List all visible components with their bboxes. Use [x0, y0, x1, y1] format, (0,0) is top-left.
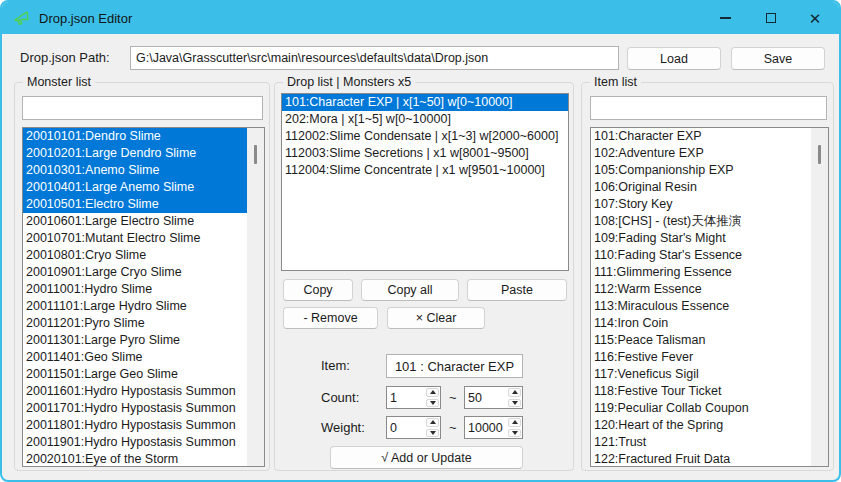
item-filter-input[interactable]	[590, 96, 827, 120]
list-item[interactable]: 20010401:Large Anemo Slime	[23, 179, 247, 196]
list-item[interactable]: 101:Character EXP | x[1~50] w[0~10000]	[282, 94, 568, 111]
up-arrow-icon	[512, 420, 518, 424]
list-item[interactable]: 20010901:Large Cryo Slime	[23, 264, 247, 281]
list-item[interactable]: 202:Mora | x[1~5] w[0~10000]	[282, 111, 568, 128]
list-item[interactable]: 102:Adventure EXP	[591, 145, 811, 162]
monster-list-title: Monster list	[23, 75, 95, 90]
list-item[interactable]: 112:Warm Essence	[591, 281, 811, 298]
list-item[interactable]: 108:[CHS] - (test)天体推演	[591, 213, 811, 230]
weight-min-input[interactable]	[387, 417, 425, 438]
list-item[interactable]: 112002:Slime Condensate | x[1~3] w[2000~…	[282, 128, 568, 145]
drop-listbox[interactable]: 101:Character EXP | x[1~50] w[0~10000]20…	[281, 93, 569, 271]
list-item[interactable]: 120:Heart of the Spring	[591, 417, 811, 434]
list-item[interactable]: 118:Festive Tour Ticket	[591, 383, 811, 400]
list-item[interactable]: 114:Iron Coin	[591, 315, 811, 332]
item-listbox[interactable]: 101:Character EXP102:Adventure EXP105:Co…	[590, 127, 829, 467]
list-item[interactable]: 20010701:Mutant Electro Slime	[23, 230, 247, 247]
scrollbar-track[interactable]	[811, 128, 828, 466]
path-input[interactable]	[130, 46, 619, 70]
spin-down-button[interactable]	[508, 429, 521, 438]
monster-list-group: Monster list 20010101:Dendro Slime200102…	[14, 82, 270, 471]
spin-up-button[interactable]	[508, 418, 521, 427]
list-item[interactable]: 117:Veneficus Sigil	[591, 366, 811, 383]
path-label: Drop.json Path:	[20, 50, 110, 65]
count-min-spinner	[386, 386, 441, 409]
list-item[interactable]: 115:Peace Talisman	[591, 332, 811, 349]
list-item[interactable]: 20010101:Dendro Slime	[23, 128, 247, 145]
remove-button[interactable]: - Remove	[283, 307, 378, 329]
spin-down-button[interactable]	[426, 429, 439, 438]
list-item[interactable]: 20010301:Anemo Slime	[23, 162, 247, 179]
list-item[interactable]: 20011801:Hydro Hypostasis Summon	[23, 417, 247, 434]
load-button[interactable]: Load	[627, 47, 721, 70]
list-item[interactable]: 116:Festive Fever	[591, 349, 811, 366]
spin-down-button[interactable]	[426, 399, 439, 408]
list-item[interactable]: 113:Miraculous Essence	[591, 298, 811, 315]
weight-min-spinner	[386, 416, 441, 439]
add-or-update-button[interactable]: √ Add or Update	[330, 446, 523, 469]
up-arrow-icon	[430, 390, 436, 394]
list-item[interactable]: 121:Trust	[591, 434, 811, 451]
clear-button[interactable]: × Clear	[387, 307, 485, 329]
close-button[interactable]: ✕	[797, 2, 833, 34]
spin-up-button[interactable]	[426, 418, 439, 427]
save-button[interactable]: Save	[731, 47, 825, 70]
maximize-button[interactable]	[753, 2, 789, 34]
scrollbar-thumb[interactable]	[254, 145, 257, 164]
count-range-separator: ~	[449, 390, 457, 405]
list-item[interactable]: 20011001:Hydro Slime	[23, 281, 247, 298]
count-label: Count:	[321, 390, 359, 405]
list-item[interactable]: 20010801:Cryo Slime	[23, 247, 247, 264]
monster-filter-input[interactable]	[22, 96, 263, 120]
list-item[interactable]: 20011601:Hydro Hypostasis Summon	[23, 383, 247, 400]
copy-button[interactable]: Copy	[283, 279, 353, 301]
down-arrow-icon	[430, 401, 436, 405]
weight-range-separator: ~	[449, 420, 457, 435]
item-list-group: Item list 101:Character EXP102:Adventure…	[581, 82, 834, 471]
list-item[interactable]: 20010601:Large Electro Slime	[23, 213, 247, 230]
list-item[interactable]: 111:Glimmering Essence	[591, 264, 811, 281]
paste-button[interactable]: Paste	[467, 279, 567, 301]
spin-buttons	[425, 387, 440, 408]
monster-listbox[interactable]: 20010101:Dendro Slime20010201:Large Dend…	[22, 127, 265, 467]
scrollbar-thumb[interactable]	[818, 145, 821, 164]
list-item[interactable]: 20011501:Large Geo Slime	[23, 366, 247, 383]
list-item[interactable]: 112004:Slime Concentrate | x1 w[9501~100…	[282, 162, 568, 179]
spin-up-button[interactable]	[426, 388, 439, 397]
list-item[interactable]: 107:Story Key	[591, 196, 811, 213]
close-icon: ✕	[809, 11, 822, 26]
count-min-input[interactable]	[387, 387, 425, 408]
list-item[interactable]: 20011701:Hydro Hypostasis Summon	[23, 400, 247, 417]
list-item[interactable]: 20010501:Electro Slime	[23, 196, 247, 213]
weight-max-spinner	[464, 416, 523, 439]
list-item[interactable]: 112003:Slime Secretions | x1 w[8001~9500…	[282, 145, 568, 162]
item-list-title: Item list	[590, 75, 641, 90]
drop-list-group: Drop list | Monsters x5 101:Character EX…	[274, 82, 574, 471]
weight-max-input[interactable]	[465, 417, 507, 438]
app-window: Drop.json Editor ✕ Drop.json Path: Load …	[0, 0, 841, 482]
list-item[interactable]: 20011201:Pyro Slime	[23, 315, 247, 332]
list-item[interactable]: 119:Peculiar Collab Coupon	[591, 400, 811, 417]
copy-all-button[interactable]: Copy all	[361, 279, 459, 301]
list-item[interactable]: 20011901:Hydro Hypostasis Summon	[23, 434, 247, 451]
up-arrow-icon	[512, 390, 518, 394]
minimize-button[interactable]	[707, 2, 743, 34]
list-item[interactable]: 106:Original Resin	[591, 179, 811, 196]
list-item[interactable]: 20011401:Geo Slime	[23, 349, 247, 366]
count-max-input[interactable]	[465, 387, 507, 408]
list-item[interactable]: 20010201:Large Dendro Slime	[23, 145, 247, 162]
spin-down-button[interactable]	[508, 399, 521, 408]
list-item[interactable]: 105:Companionship EXP	[591, 162, 811, 179]
scrollbar-track[interactable]	[247, 128, 264, 466]
list-item[interactable]: 122:Fractured Fruit Data	[591, 451, 811, 467]
drop-list-title: Drop list | Monsters x5	[283, 75, 415, 90]
list-item[interactable]: 20020101:Eye of the Storm	[23, 451, 247, 467]
list-item[interactable]: 101:Character EXP	[591, 128, 811, 145]
maximize-icon	[766, 13, 776, 23]
list-item[interactable]: 20011101:Large Hydro Slime	[23, 298, 247, 315]
spin-up-button[interactable]	[508, 388, 521, 397]
item-field[interactable]: 101 : Character EXP	[386, 354, 523, 378]
list-item[interactable]: 20011301:Large Pyro Slime	[23, 332, 247, 349]
list-item[interactable]: 110:Fading Star's Essence	[591, 247, 811, 264]
list-item[interactable]: 109:Fading Star's Might	[591, 230, 811, 247]
